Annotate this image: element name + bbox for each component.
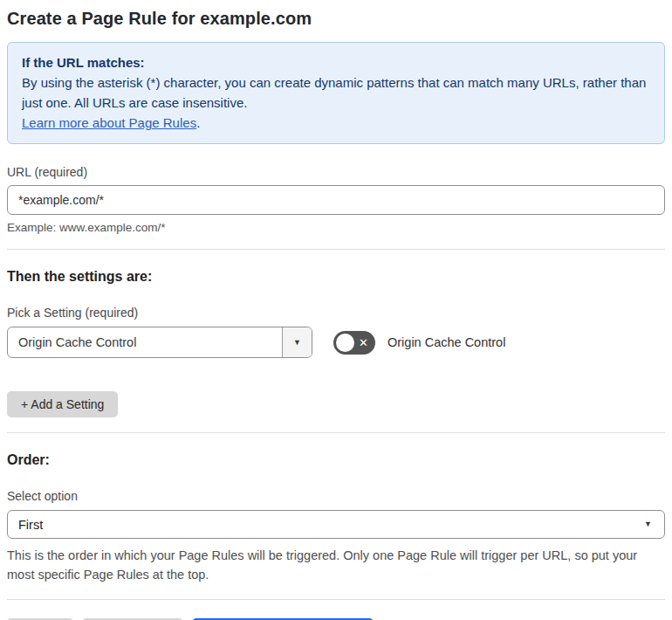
origin-cache-control-toggle[interactable]: ✕: [333, 331, 375, 355]
settings-heading: Then the settings are:: [7, 269, 665, 285]
chevron-down-icon: ▼: [293, 339, 301, 347]
url-example-text: Example: www.example.com/*: [7, 221, 665, 234]
info-box-link-line: Learn more about Page Rules.: [22, 113, 650, 133]
order-select-value: First: [8, 511, 644, 538]
toggle-label: Origin Cache Control: [387, 335, 505, 349]
setting-select[interactable]: Origin Cache Control ▼: [7, 327, 312, 358]
order-caret-zone: ▼: [644, 511, 664, 538]
add-setting-button[interactable]: + Add a Setting: [7, 391, 118, 417]
setting-select-arrow-button[interactable]: ▼: [282, 327, 312, 357]
setting-picker-label: Pick a Setting (required): [7, 306, 665, 320]
setting-row: Origin Cache Control ▼ ✕ Origin Cache Co…: [7, 327, 665, 358]
toggle-knob: [336, 334, 354, 352]
url-match-info-box: If the URL matches: By using the asteris…: [7, 42, 665, 144]
page-title: Create a Page Rule for example.com: [7, 9, 665, 29]
order-heading: Order:: [7, 452, 665, 468]
x-icon: ✕: [359, 337, 368, 348]
page-rule-form: Create a Page Rule for example.com If th…: [0, 0, 672, 620]
info-box-heading: If the URL matches:: [22, 52, 650, 72]
info-box-body: By using the asterisk (*) character, you…: [22, 72, 650, 113]
order-help-text: This is the order in which your Page Rul…: [7, 546, 665, 584]
link-suffix: .: [196, 115, 200, 130]
order-select[interactable]: First ▼: [7, 510, 665, 539]
url-input[interactable]: [7, 185, 665, 215]
learn-more-link[interactable]: Learn more about Page Rules: [22, 115, 196, 130]
order-select-label: Select option: [7, 489, 665, 503]
divider: [7, 432, 665, 433]
setting-select-value: Origin Cache Control: [8, 327, 282, 357]
url-label: URL (required): [7, 165, 665, 179]
divider: [7, 599, 665, 600]
divider: [7, 249, 665, 250]
chevron-down-icon: ▼: [644, 520, 652, 528]
